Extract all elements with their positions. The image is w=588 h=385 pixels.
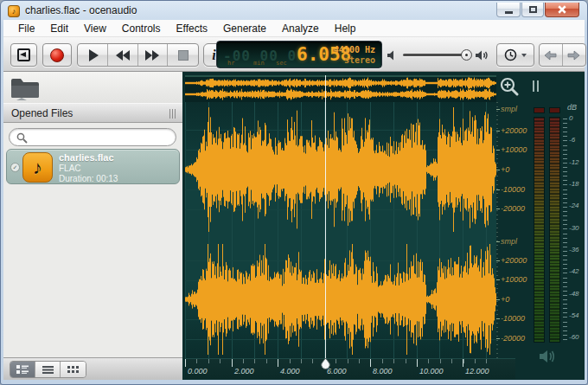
rewind-icon [116,50,123,61]
volume-high-icon [475,49,490,61]
panel-toggle-icon [17,48,30,61]
stop-button[interactable] [168,44,198,66]
menu-file[interactable]: File [10,21,42,36]
panel-grip-icon[interactable] [169,109,177,119]
volume-low-icon [387,49,399,61]
menu-effects[interactable]: Effects [169,21,215,36]
zoom-in-icon[interactable] [499,76,521,98]
search-input[interactable] [32,130,170,144]
menu-generate[interactable]: Generate [215,21,274,36]
opened-files-panel: ✓ ♪ charlies.flac FLAC Duration: 00:13 [3,123,182,357]
volume-slider-knob[interactable] [461,49,472,61]
play-button[interactable] [78,44,108,66]
time-ruler[interactable]: 0.000 2.000 4.000 6.000 8.000 10.000 12.… [185,358,515,379]
sample-rate: 44100 Hz [334,45,375,55]
opened-files-folder-icon[interactable] [10,75,41,100]
scale-unit-ch2: smpl [501,238,517,246]
window-controls [495,3,579,17]
grid-view-button[interactable] [61,362,86,377]
maximize-button[interactable] [521,3,544,17]
forward-arrow-icon [567,50,580,61]
minimize-icon [505,11,513,14]
detail-view-button[interactable] [10,362,35,377]
time-display: -00 00 0 6.058 hr min sec 44100 Hz stere… [216,41,382,68]
minimize-button[interactable] [496,3,521,17]
volume-control [385,43,494,67]
title-bar[interactable]: ♪ charlies.flac - ocenaudio [4,3,584,20]
grid-view-icon [67,366,79,374]
unit-sec: sec [276,60,287,67]
maximize-icon [529,6,537,13]
channel-mode: stereo [344,55,375,65]
unit-hr: hr [227,60,234,67]
window-title: charlies.flac - ocenaudio [25,4,137,16]
amplitude-scale: smpl +20000 +10000 +0 -10000 -20000 smpl… [496,102,528,358]
play-timer-button[interactable] [496,43,534,67]
panel-title: Opened Files [11,107,73,119]
close-button[interactable] [545,3,579,17]
clip-indicator-right [549,107,560,113]
app-window: ♪ charlies.flac - ocenaudio File Edit Vi… [0,0,588,385]
fast-forward-button[interactable] [138,44,169,66]
detail-view-icon [16,365,29,375]
chevron-down-icon [521,54,527,57]
menu-bar: File Edit View Controls Effects Generate… [3,20,585,37]
file-duration: Duration: 00:13 [59,174,118,183]
file-list-item[interactable]: ✓ ♪ charlies.flac FLAC Duration: 00:13 [6,149,180,184]
record-icon [50,48,64,62]
unit-min: min [253,60,265,67]
list-view-icon [42,366,54,374]
record-button[interactable] [42,43,72,67]
rewind-button[interactable] [108,44,138,66]
redo-forward-button[interactable] [563,44,585,66]
monitor-speaker-icon[interactable] [538,349,559,364]
clock-icon [504,48,517,61]
toggle-panel-button[interactable] [10,43,37,67]
menu-analyze[interactable]: Analyze [274,21,327,36]
close-icon [558,5,566,14]
menu-view[interactable]: View [76,21,114,36]
meter-grip-icon[interactable] [533,80,539,92]
level-meter-right [549,117,560,343]
audio-file-icon: ♪ [22,152,53,183]
stop-icon [178,50,189,61]
scale-unit-ch1: smpl [501,106,517,113]
view-mode-buttons [10,361,86,378]
main-content: Opened Files ✓ ♪ charlies.flac FLAC Dura… [3,72,585,380]
level-meter-left [534,117,545,343]
file-name: charlies.flac [59,152,114,163]
transport-controls [77,43,199,67]
history-nav [539,43,586,67]
meter-tick-scale [563,119,567,341]
level-meter-panel: dB 0 -6 -12 -18 -24 -30 -36 -42 -48 -54 … [528,72,585,380]
meter-unit: dB [567,103,577,112]
undo-back-button[interactable] [540,44,563,66]
fast-forward-icon [145,50,152,61]
file-format: FLAC [59,164,81,173]
overview-waveform[interactable] [185,75,496,102]
playhead-marker[interactable] [320,358,331,370]
sidebar: Opened Files ✓ ♪ charlies.flac FLAC Dura… [3,72,182,380]
back-arrow-icon [544,50,557,61]
search-box [9,128,176,146]
sidebar-tab-bar [3,72,182,103]
menu-controls[interactable]: Controls [114,21,169,36]
waveform-editor: smpl +20000 +10000 +0 -10000 -20000 smpl… [182,72,585,380]
menu-help[interactable]: Help [327,21,364,36]
toolbar: i -00 00 0 6.058 hr min sec 44100 Hz ste… [3,37,585,72]
panel-header[interactable]: Opened Files [3,103,182,123]
search-icon [16,132,28,144]
list-view-button[interactable] [35,362,61,377]
app-icon: ♪ [8,5,20,17]
file-check-icon[interactable]: ✓ [10,163,20,172]
play-icon [89,49,99,61]
sidebar-bottom-bar [3,357,182,380]
waveform-canvas[interactable] [185,102,496,358]
menu-edit[interactable]: Edit [42,21,76,36]
clip-indicator-left [534,107,545,113]
